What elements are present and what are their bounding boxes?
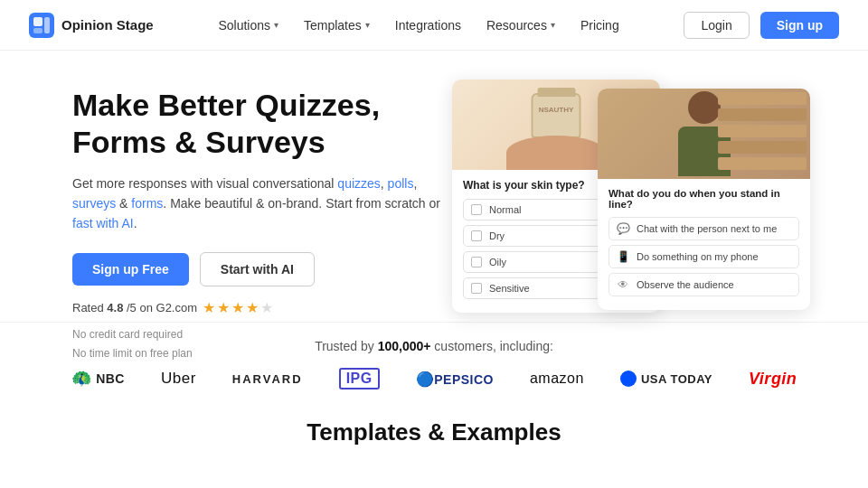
star-3: ★ <box>231 299 244 316</box>
star-2: ★ <box>217 299 230 316</box>
pepsico-text: PEPSICO <box>434 372 494 387</box>
navbar: Opinion Stage Solutions ▾ Templates ▾ In… <box>0 0 868 51</box>
nav-templates[interactable]: Templates ▾ <box>304 18 370 33</box>
logo[interactable]: Opinion Stage <box>29 13 154 38</box>
hero-desc: Get more responses with visual conversat… <box>72 174 452 234</box>
svg-rect-2 <box>33 28 42 33</box>
option-label: Oily <box>489 257 506 267</box>
hero-section: Make Better Quizzes, Forms & Surveys Get… <box>0 51 868 322</box>
link-forms[interactable]: forms <box>131 196 163 211</box>
logo-pepsico: 🔵PEPSICO <box>416 371 494 388</box>
nav-integrations[interactable]: Integrations <box>395 18 461 33</box>
nav-solutions[interactable]: Solutions ▾ <box>218 18 278 33</box>
quiz-card-line: What do you do when you stand in line? 💬… <box>598 89 810 310</box>
checkbox-normal <box>471 204 482 215</box>
svg-rect-3 <box>44 17 50 33</box>
option-label: Sensitive <box>489 283 530 294</box>
checkbox-dry <box>471 230 482 241</box>
logo-virgin: Virgin <box>749 370 797 389</box>
usatoday-dot <box>620 371 637 387</box>
chat-icon: 💬 <box>617 222 629 235</box>
logo-usatoday: USA TODAY <box>620 371 712 387</box>
nbc-peacock-icon: 🦚 <box>71 369 92 389</box>
link-polls[interactable]: polls <box>388 176 414 191</box>
hero-right: NSAUTHY What is your skin type? Normal D… <box>452 80 810 351</box>
note-no-limit: No time limit on free plan <box>72 344 452 364</box>
option-label: Normal <box>489 204 521 215</box>
star-5: ★ <box>260 299 273 316</box>
option-label: Dry <box>489 230 505 241</box>
logo-amazon: amazon <box>530 371 584 387</box>
logo-uber: Uber <box>161 370 196 388</box>
signup-button[interactable]: Sign up <box>760 12 839 39</box>
star-1: ★ <box>203 299 215 316</box>
checkbox-oily <box>471 257 482 267</box>
rating-row: Rated 4.8 /5 on G2.com ★ ★ ★ ★ ★ <box>72 299 452 316</box>
checkbox-sensitive <box>471 283 482 294</box>
link-quizzes[interactable]: quizzes <box>337 176 380 191</box>
note-no-credit: No credit card required <box>72 325 452 345</box>
logo-text: Opinion Stage <box>61 17 154 33</box>
start-ai-button[interactable]: Start with AI <box>200 252 315 286</box>
rating-text: Rated 4.8 /5 on G2.com <box>72 301 197 314</box>
nav-links: Solutions ▾ Templates ▾ Integrations Res… <box>218 18 618 33</box>
link-ai[interactable]: fast with AI <box>72 216 134 230</box>
hero-title: Make Better Quizzes, Forms & Surveys <box>72 87 452 161</box>
star-rating: ★ ★ ★ ★ ★ <box>203 299 273 316</box>
star-4: ★ <box>246 299 259 316</box>
hero-notes: No credit card required No time limit on… <box>72 325 452 364</box>
logo-ipg: IPG <box>339 368 380 389</box>
login-button[interactable]: Login <box>684 12 749 39</box>
chevron-down-icon: ▾ <box>365 20 370 30</box>
quiz-card-line-image <box>598 89 810 179</box>
logo-icon <box>29 13 54 38</box>
nav-resources[interactable]: Resources ▾ <box>486 18 555 33</box>
link-surveys[interactable]: surveys <box>72 196 116 211</box>
chevron-down-icon: ▾ <box>274 20 278 30</box>
nav-pricing[interactable]: Pricing <box>580 18 619 33</box>
eye-icon: 👁 <box>617 278 629 291</box>
signup-free-button[interactable]: Sign up Free <box>72 253 189 286</box>
phone-icon: 📱 <box>617 250 629 263</box>
hero-buttons: Sign up Free Start with AI <box>72 252 452 286</box>
svg-rect-1 <box>33 17 42 26</box>
templates-title: Templates & Examples <box>0 418 868 446</box>
chevron-down-icon: ▾ <box>551 20 555 30</box>
nav-actions: Login Sign up <box>684 12 839 39</box>
logo-list: 🦚 NBC Uber HARVARD IPG 🔵PEPSICO amazon U… <box>0 368 868 389</box>
hero-left: Make Better Quizzes, Forms & Surveys Get… <box>72 80 452 364</box>
nbc-text: NBC <box>96 371 125 386</box>
templates-section: Templates & Examples <box>0 402 868 446</box>
usatoday-text: USA TODAY <box>641 372 712 386</box>
logo-nbc: 🦚 NBC <box>71 369 125 389</box>
logo-harvard: HARVARD <box>232 372 303 386</box>
